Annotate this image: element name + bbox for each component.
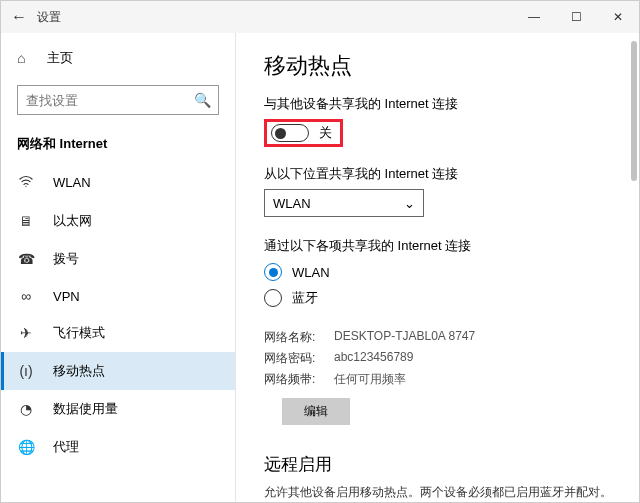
- chevron-down-icon: ⌄: [404, 196, 415, 211]
- back-button[interactable]: ←: [1, 8, 37, 26]
- data-usage-icon: ◔: [17, 401, 35, 417]
- info-key: 网络密码:: [264, 350, 334, 367]
- sidebar-item-airplane[interactable]: ✈ 飞行模式: [1, 314, 235, 352]
- content-area: 移动热点 与其他设备共享我的 Internet 连接 关 从以下位置共享我的 I…: [236, 33, 639, 502]
- search-input[interactable]: [26, 93, 194, 108]
- radio-button[interactable]: [264, 289, 282, 307]
- remote-desc: 允许其他设备启用移动热点。两个设备必须都已启用蓝牙并配对。: [264, 484, 619, 501]
- sidebar-item-label: 以太网: [53, 212, 92, 230]
- sidebar-item-label: 飞行模式: [53, 324, 105, 342]
- sidebar-item-ethernet[interactable]: 🖥 以太网: [1, 202, 235, 240]
- edit-button[interactable]: 编辑: [282, 398, 350, 425]
- close-button[interactable]: ✕: [597, 1, 639, 33]
- info-value: DESKTOP-TJABL0A 8747: [334, 329, 475, 346]
- info-key: 网络频带:: [264, 371, 334, 388]
- home-row[interactable]: ⌂ 主页: [1, 41, 235, 75]
- sidebar-item-label: VPN: [53, 289, 80, 304]
- ethernet-icon: 🖥: [17, 213, 35, 229]
- radio-label: WLAN: [292, 265, 330, 280]
- sidebar-item-label: 数据使用量: [53, 400, 118, 418]
- select-value: WLAN: [273, 196, 311, 211]
- sidebar: ⌂ 主页 🔍 网络和 Internet WLAN 🖥 以太网 ☎ 拨号 ∞ VP…: [1, 33, 236, 502]
- dialup-icon: ☎: [17, 251, 35, 267]
- window-title: 设置: [37, 9, 61, 26]
- wifi-icon: [17, 173, 35, 192]
- info-value: 任何可用频率: [334, 371, 406, 388]
- sidebar-item-wlan[interactable]: WLAN: [1, 163, 235, 202]
- home-label: 主页: [47, 49, 73, 67]
- sidebar-item-label: WLAN: [53, 175, 91, 190]
- sidebar-item-dialup[interactable]: ☎ 拨号: [1, 240, 235, 278]
- hotspot-icon: (ı): [17, 363, 35, 379]
- info-network-band: 网络频带: 任何可用频率: [264, 371, 619, 388]
- search-box[interactable]: 🔍: [17, 85, 219, 115]
- proxy-icon: 🌐: [17, 439, 35, 455]
- home-icon: ⌂: [17, 50, 33, 66]
- info-network-name: 网络名称: DESKTOP-TJABL0A 8747: [264, 329, 619, 346]
- maximize-button[interactable]: ☐: [555, 1, 597, 33]
- toggle-state-label: 关: [319, 124, 332, 142]
- page-title: 移动热点: [264, 51, 619, 81]
- share-toggle[interactable]: [271, 124, 309, 142]
- share-from-select[interactable]: WLAN ⌄: [264, 189, 424, 217]
- sidebar-item-proxy[interactable]: 🌐 代理: [1, 428, 235, 466]
- vpn-icon: ∞: [17, 288, 35, 304]
- share-from-label: 从以下位置共享我的 Internet 连接: [264, 165, 619, 183]
- share-via-label: 通过以下各项共享我的 Internet 连接: [264, 237, 619, 255]
- airplane-icon: ✈: [17, 325, 35, 341]
- sidebar-item-vpn[interactable]: ∞ VPN: [1, 278, 235, 314]
- sidebar-item-label: 拨号: [53, 250, 79, 268]
- section-title: 网络和 Internet: [1, 129, 235, 163]
- info-value: abc123456789: [334, 350, 413, 367]
- info-network-password: 网络密码: abc123456789: [264, 350, 619, 367]
- minimize-button[interactable]: —: [513, 1, 555, 33]
- highlight-annotation: 关: [264, 119, 343, 147]
- info-key: 网络名称:: [264, 329, 334, 346]
- scrollbar[interactable]: [631, 41, 637, 181]
- share-label: 与其他设备共享我的 Internet 连接: [264, 95, 619, 113]
- radio-button[interactable]: [264, 263, 282, 281]
- radio-option-bluetooth[interactable]: 蓝牙: [264, 289, 619, 307]
- radio-option-wlan[interactable]: WLAN: [264, 263, 619, 281]
- search-icon: 🔍: [194, 92, 211, 108]
- remote-title: 远程启用: [264, 453, 619, 476]
- sidebar-item-label: 移动热点: [53, 362, 105, 380]
- sidebar-item-data-usage[interactable]: ◔ 数据使用量: [1, 390, 235, 428]
- title-bar: ← 设置 — ☐ ✕: [1, 1, 639, 33]
- radio-label: 蓝牙: [292, 289, 318, 307]
- sidebar-item-hotspot[interactable]: (ı) 移动热点: [1, 352, 235, 390]
- sidebar-item-label: 代理: [53, 438, 79, 456]
